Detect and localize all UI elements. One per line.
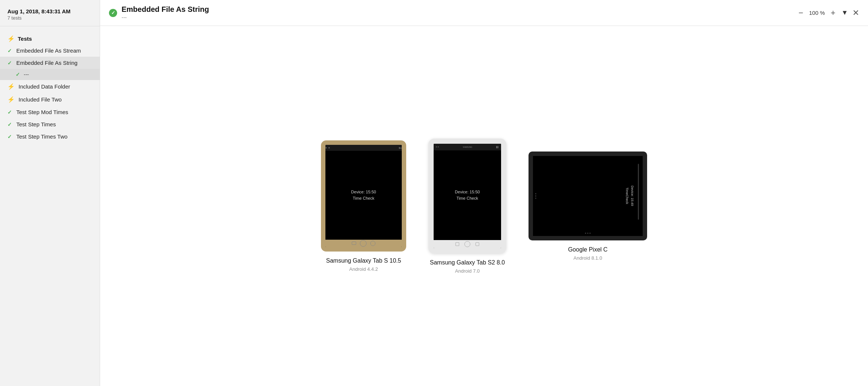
topbar-subtitle: --- — [122, 14, 209, 20]
status-bar: SAMSUNG — [399, 147, 400, 149]
status-right: ▌▌ — [496, 146, 499, 148]
dot — [535, 195, 536, 196]
sidebar-item-embedded-file-as-stream[interactable]: ✓ Embedded File As Stream — [0, 44, 100, 57]
check-icon: ✓ — [7, 122, 13, 127]
sidebar-item-test-step-times-two[interactable]: ✓ Test Step Times Two — [0, 130, 100, 143]
main-content: ✓ Embedded File As String --- − 100 % + … — [100, 0, 868, 386]
tablet-bottom-bar — [434, 240, 501, 248]
dot — [587, 233, 589, 234]
device-card-samsung-tab-s105: SAMSUNG Device: 15:50 Time Check Samsung… — [321, 140, 406, 272]
tablet-mockup-s2: SAMSUNG ▌▌ Device: 15:50 Time Check — [428, 139, 506, 253]
sidebar-item-embedded-file-as-string[interactable]: ✓ Embedded File As String — [0, 57, 100, 69]
dot — [328, 147, 330, 149]
sidebar-item-label: Embedded File As String — [16, 60, 77, 66]
close-button[interactable]: ✕ — [852, 9, 859, 17]
sidebar-section-tests[interactable]: ⚡ Tests — [0, 33, 100, 44]
check-icon: ✓ — [7, 60, 13, 66]
nav-recent-button — [476, 242, 479, 246]
sidebar-sub-item-dashes[interactable]: ✓ --- — [0, 69, 100, 80]
sidebar-item-included-file-two[interactable]: ⚡ Included File Two — [0, 93, 100, 106]
scrollbar — [638, 164, 639, 220]
zoom-in-button[interactable]: + — [829, 8, 837, 18]
lightning-icon: ⚡ — [7, 96, 15, 103]
sidebar-item-test-step-times[interactable]: ✓ Test Step Times — [0, 118, 100, 130]
zoom-level-label: 100 % — [808, 10, 826, 16]
nav-home-button — [360, 240, 367, 247]
nav-recent-button — [370, 241, 375, 246]
device-os-s2: Android 7.0 — [455, 268, 480, 274]
topbar-title-text-group: Embedded File As String --- — [122, 5, 209, 20]
camera-dots — [436, 146, 439, 147]
sidebar-nav: ⚡ Tests ✓ Embedded File As Stream ✓ Embe… — [0, 26, 100, 143]
sidebar-header: Aug 1, 2018, 8:43:31 AM 7 tests — [0, 0, 100, 26]
check-icon: ✓ — [7, 109, 13, 115]
side-dots — [535, 193, 536, 199]
sidebar-item-included-data-folder[interactable]: ⚡ Included Data Folder — [0, 80, 100, 93]
device-name-s2: Samsung Galaxy Tab S2 8.0 — [430, 259, 505, 266]
device-grid: SAMSUNG Device: 15:50 Time Check Samsung… — [100, 26, 868, 386]
sidebar-item-label: Test Step Times — [16, 121, 56, 127]
check-icon: ✓ — [7, 48, 13, 54]
check-icon: ✓ — [16, 71, 21, 77]
dot — [590, 233, 591, 234]
sidebar: Aug 1, 2018, 8:43:31 AM 7 tests ⚡ Tests … — [0, 0, 100, 386]
device-card-samsung-tab-s2: SAMSUNG ▌▌ Device: 15:50 Time Check — [428, 139, 506, 274]
filter-button[interactable]: ▼ — [841, 9, 848, 17]
check-icon: ✓ — [7, 134, 13, 140]
topbar-title-area: ✓ Embedded File As String --- — [109, 5, 792, 20]
lightning-icon: ⚡ — [7, 35, 15, 42]
lightning-icon: ⚡ — [7, 83, 15, 90]
nav-back-button — [352, 242, 356, 245]
dot — [438, 146, 439, 147]
device-os-s105: Android 4.4.2 — [349, 266, 378, 272]
nav-back-button — [455, 242, 459, 246]
tablet-screen: Device: 15:50 Time Check — [325, 151, 402, 240]
screen-content-rotated: Device: 15:49 TimeCheck — [625, 186, 635, 206]
device-card-google-pixel-c: Device: 15:49 TimeCheck Google Pixel C A… — [529, 152, 647, 261]
tablet-screen: Device: 15:49 TimeCheck — [533, 156, 643, 236]
device-name-pixel-c: Google Pixel C — [568, 246, 608, 253]
tablet-mockup-s105: SAMSUNG Device: 15:50 Time Check — [321, 140, 406, 252]
sidebar-item-label: Included Data Folder — [19, 83, 70, 90]
zoom-out-button[interactable]: − — [797, 8, 805, 18]
dot — [535, 197, 536, 199]
tablet-bottom-bar — [325, 240, 402, 247]
sidebar-item-label: Test Step Times Two — [16, 133, 67, 140]
screen-content: Device: 15:50 Time Check — [351, 189, 376, 201]
sidebar-count: 7 tests — [7, 15, 92, 21]
zoom-control: − 100 % + — [797, 8, 837, 18]
sidebar-sub-item-label: --- — [24, 71, 29, 77]
bottom-dots — [585, 233, 591, 234]
nav-home-button — [464, 241, 470, 247]
sidebar-section-label: Tests — [18, 36, 32, 42]
topbar-title: Embedded File As String — [122, 5, 209, 14]
pass-indicator: ✓ — [109, 9, 117, 17]
sidebar-item-label: Embedded File As Stream — [16, 47, 81, 54]
topbar-controls: − 100 % + ▼ ✕ — [797, 8, 859, 18]
tablet-mockup-pixel-c: Device: 15:49 TimeCheck — [529, 152, 647, 240]
sidebar-item-label: Test Step Mod Times — [16, 109, 68, 115]
device-os-pixel-c: Android 8.1.0 — [573, 255, 602, 261]
sidebar-item-label: Included File Two — [19, 96, 62, 103]
screen-content: Device: 15:50 Time Check — [455, 189, 480, 201]
signal-icon: ▌▌ — [496, 146, 499, 148]
dot — [325, 147, 327, 149]
dot — [535, 193, 536, 194]
topbar: ✓ Embedded File As String --- − 100 % + … — [100, 0, 868, 26]
sidebar-item-test-step-mod-times[interactable]: ✓ Test Step Mod Times — [0, 106, 100, 118]
tablet-top-bar: SAMSUNG — [325, 145, 402, 151]
tablet-screen: Device: 15:50 Time Check — [434, 150, 501, 240]
dot — [585, 233, 586, 234]
device-name-s105: Samsung Galaxy Tab S 10.5 — [326, 257, 401, 264]
dot — [436, 146, 437, 147]
sidebar-date: Aug 1, 2018, 8:43:31 AM — [7, 8, 92, 14]
tablet-top-bar: SAMSUNG ▌▌ — [434, 144, 501, 150]
brand-label: SAMSUNG — [463, 146, 472, 148]
